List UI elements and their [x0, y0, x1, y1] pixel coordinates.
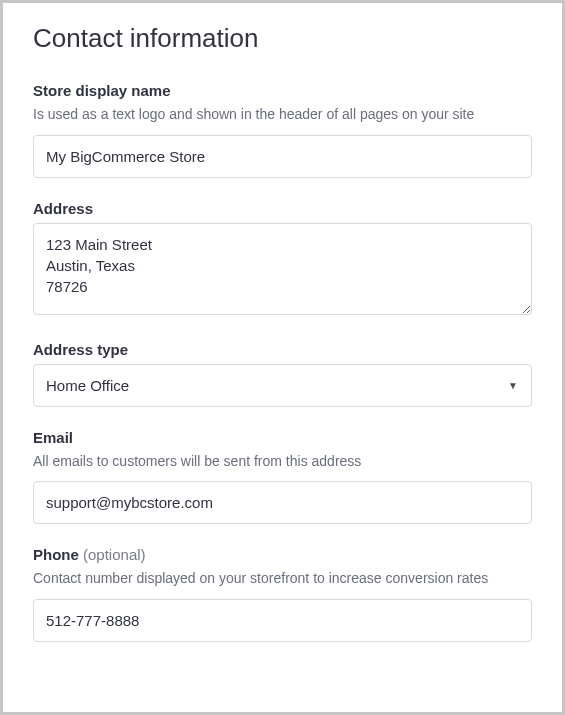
store-name-description: Is used as a text logo and shown in the …: [33, 105, 532, 125]
address-group: Address: [33, 200, 532, 319]
store-name-group: Store display name Is used as a text log…: [33, 82, 532, 178]
phone-label-text: Phone: [33, 546, 79, 563]
phone-label: Phone (optional): [33, 546, 532, 563]
address-type-label: Address type: [33, 341, 532, 358]
page-title: Contact information: [33, 23, 532, 54]
phone-description: Contact number displayed on your storefr…: [33, 569, 532, 589]
address-textarea[interactable]: [33, 223, 532, 315]
store-name-label: Store display name: [33, 82, 532, 99]
phone-group: Phone (optional) Contact number displaye…: [33, 546, 532, 642]
store-name-input[interactable]: [33, 135, 532, 178]
address-type-select[interactable]: Home Office: [33, 364, 532, 407]
address-type-group: Address type Home Office ▼: [33, 341, 532, 407]
phone-input[interactable]: [33, 599, 532, 642]
email-description: All emails to customers will be sent fro…: [33, 452, 532, 472]
email-input[interactable]: [33, 481, 532, 524]
email-group: Email All emails to customers will be se…: [33, 429, 532, 525]
address-type-select-wrapper: Home Office ▼: [33, 364, 532, 407]
email-label: Email: [33, 429, 532, 446]
address-label: Address: [33, 200, 532, 217]
phone-optional-text: (optional): [83, 546, 146, 563]
